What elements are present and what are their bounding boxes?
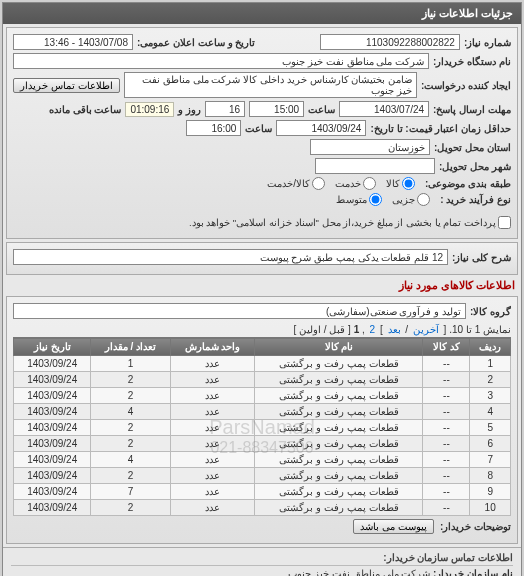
radio-both[interactable] bbox=[312, 177, 325, 190]
table-cell: قطعات پمپ رفت و برگشتی bbox=[255, 404, 423, 420]
table-cell: 2 bbox=[91, 500, 170, 516]
group-label: گروه کالا: bbox=[470, 306, 511, 317]
table-row[interactable]: 7--قطعات پمپ رفت و برگشتیعدد41403/09/24 bbox=[14, 452, 511, 468]
table-cell: 1 bbox=[470, 356, 511, 372]
countdown-value: 01:09:16 bbox=[125, 102, 174, 117]
table-cell: 4 bbox=[91, 404, 170, 420]
pager-p2[interactable]: 2 bbox=[368, 324, 378, 335]
radio-minor[interactable] bbox=[417, 193, 430, 206]
price-time: 16:00 bbox=[186, 120, 241, 136]
org-name-value: شرکت ملی مناطق نفت خیز جنوب bbox=[288, 568, 430, 576]
table-cell: 1403/09/24 bbox=[14, 436, 91, 452]
table-cell: عدد bbox=[170, 420, 255, 436]
table-header: تاریخ نیاز bbox=[14, 338, 91, 356]
table-cell: عدد bbox=[170, 452, 255, 468]
table-cell: عدد bbox=[170, 388, 255, 404]
items-table: ردیفکد کالانام کالاواحد شمارشتعداد / مقد… bbox=[13, 337, 511, 516]
announce-value: 1403/07/08 - 13:46 bbox=[13, 34, 133, 50]
price-validity-label: حداقل زمان اعتبار قیمت: تا تاریخ: bbox=[370, 123, 511, 134]
cat-service-label: خدمت bbox=[335, 178, 361, 189]
table-cell: -- bbox=[423, 356, 470, 372]
city-label: شهر محل تحویل: bbox=[439, 161, 511, 172]
pager-prev: قبل bbox=[329, 324, 345, 335]
table-cell: قطعات پمپ رفت و برگشتی bbox=[255, 420, 423, 436]
remain-label: ساعت باقی مانده bbox=[49, 104, 122, 115]
radio-goods[interactable] bbox=[402, 177, 415, 190]
table-header: نام کالا bbox=[255, 338, 423, 356]
pager-first: اولین bbox=[299, 324, 321, 335]
table-row[interactable]: 2--قطعات پمپ رفت و برگشتیعدد21403/09/24 bbox=[14, 372, 511, 388]
table-cell: 1403/09/24 bbox=[14, 404, 91, 420]
table-cell: 2 bbox=[91, 436, 170, 452]
table-cell: -- bbox=[423, 452, 470, 468]
days-label: روز و bbox=[178, 104, 201, 115]
table-cell: قطعات پمپ رفت و برگشتی bbox=[255, 436, 423, 452]
contact-buyer-button[interactable]: اطلاعات تماس خریدار bbox=[13, 78, 120, 93]
cat-both-label: کالا/خدمت bbox=[267, 178, 310, 189]
table-row[interactable]: 4--قطعات پمپ رفت و برگشتیعدد41403/09/24 bbox=[14, 404, 511, 420]
reply-time: 15:00 bbox=[249, 101, 304, 117]
days-remaining: 16 bbox=[205, 101, 245, 117]
table-cell: قطعات پمپ رفت و برگشتی bbox=[255, 468, 423, 484]
cat-goods-label: کالا bbox=[386, 178, 400, 189]
announce-label: تاریخ و ساعت اعلان عمومی: bbox=[137, 37, 255, 48]
pager-next[interactable]: بعد bbox=[386, 324, 403, 335]
need-title-value: 12 قلم قطعات یدکی پمپ طبق شرح پیوست bbox=[13, 249, 448, 265]
items-block: گروه کالا: تولید و فرآوری صنعتی(سفارشی) … bbox=[6, 296, 518, 544]
panel-title: جزئیات اطلاعات نیاز bbox=[3, 3, 521, 24]
table-cell: -- bbox=[423, 436, 470, 452]
table-cell: 2 bbox=[91, 388, 170, 404]
payment-note: پرداخت تمام یا بخشی از مبلغ خرید،از محل … bbox=[189, 217, 496, 228]
table-row[interactable]: 6--قطعات پمپ رفت و برگشتیعدد21403/09/24 bbox=[14, 436, 511, 452]
table-row[interactable]: 8--قطعات پمپ رفت و برگشتیعدد21403/09/24 bbox=[14, 468, 511, 484]
need-no-value: 1103092288002822 bbox=[320, 34, 460, 50]
table-header: تعداد / مقدار bbox=[91, 338, 170, 356]
table-cell: -- bbox=[423, 500, 470, 516]
info-block: شماره نیاز: 1103092288002822 تاریخ و ساع… bbox=[6, 27, 518, 239]
table-cell: 1403/09/24 bbox=[14, 452, 91, 468]
table-row[interactable]: 9--قطعات پمپ رفت و برگشتیعدد71403/09/24 bbox=[14, 484, 511, 500]
table-cell: 1403/09/24 bbox=[14, 468, 91, 484]
table-cell: عدد bbox=[170, 436, 255, 452]
org-header: اطلاعات تماس سازمان خریدار: bbox=[11, 552, 513, 566]
pager-last[interactable]: آخرین bbox=[411, 324, 441, 335]
creator-label: ایجاد کننده درخواست: bbox=[421, 80, 511, 91]
proc-minor-label: جزیی bbox=[392, 194, 415, 205]
items-section-title: اطلاعات کالاهای مورد نیاز bbox=[9, 279, 515, 292]
category-label: طبقه بندی موضوعی: bbox=[425, 178, 511, 189]
table-cell: -- bbox=[423, 388, 470, 404]
time-label-1: ساعت bbox=[308, 104, 335, 115]
attachments-button[interactable]: پیوست می باشد bbox=[353, 519, 434, 534]
table-cell: عدد bbox=[170, 484, 255, 500]
table-row[interactable]: 1--قطعات پمپ رفت و برگشتیعدد11403/09/24 bbox=[14, 356, 511, 372]
table-cell: 9 bbox=[470, 484, 511, 500]
table-cell: 1403/09/24 bbox=[14, 388, 91, 404]
pager: نمایش 1 تا 10. [ آخرین / بعد ] 2 , 1 [ ق… bbox=[13, 322, 511, 337]
table-cell: -- bbox=[423, 468, 470, 484]
table-cell: 1403/09/24 bbox=[14, 372, 91, 388]
table-cell: عدد bbox=[170, 356, 255, 372]
table-cell: 1 bbox=[91, 356, 170, 372]
table-row[interactable]: 10--قطعات پمپ رفت و برگشتیعدد21403/09/24 bbox=[14, 500, 511, 516]
org-name-label: نام سازمان خریدار: bbox=[433, 568, 513, 576]
need-title-label: شرح کلی نیاز: bbox=[452, 252, 511, 263]
table-row[interactable]: 3--قطعات پمپ رفت و برگشتیعدد21403/09/24 bbox=[14, 388, 511, 404]
table-cell: قطعات پمپ رفت و برگشتی bbox=[255, 388, 423, 404]
check-treasury[interactable] bbox=[498, 216, 511, 229]
table-cell: 1403/09/24 bbox=[14, 500, 91, 516]
table-cell: -- bbox=[423, 372, 470, 388]
province-value: خوزستان bbox=[310, 139, 430, 155]
table-cell: -- bbox=[423, 484, 470, 500]
table-row[interactable]: 5--قطعات پمپ رفت و برگشتیعدد21403/09/24 bbox=[14, 420, 511, 436]
buyer-label: نام دستگاه خریدار: bbox=[433, 56, 511, 67]
reply-deadline-label: مهلت ارسال پاسخ: bbox=[433, 104, 511, 115]
table-cell: عدد bbox=[170, 372, 255, 388]
table-cell: 2 bbox=[91, 420, 170, 436]
radio-medium[interactable] bbox=[369, 193, 382, 206]
table-cell: 1403/09/24 bbox=[14, 484, 91, 500]
table-cell: 6 bbox=[470, 436, 511, 452]
process-label: نوع فرآیند خرید : bbox=[440, 194, 511, 205]
radio-service[interactable] bbox=[363, 177, 376, 190]
table-cell: عدد bbox=[170, 404, 255, 420]
table-cell: عدد bbox=[170, 500, 255, 516]
